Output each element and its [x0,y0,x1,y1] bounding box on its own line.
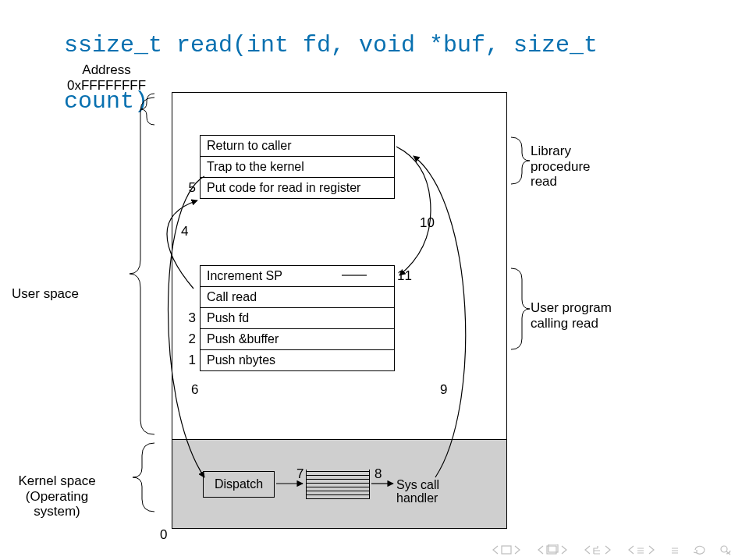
step-num-4: 4 [181,224,188,239]
nav-slide-group[interactable] [492,545,521,555]
nav-section-group[interactable] [584,545,612,555]
library-procedure-box: Return to caller Trap to the kernel 5 Pu… [200,135,395,199]
step-num-1: 1 [183,350,196,370]
user-row-pushfd: 3 Push fd [201,308,394,329]
memory-stage: Return to caller Trap to the kernel 5 Pu… [172,92,507,529]
lib-row-return: Return to caller [201,136,394,157]
dispatch-table-icon [306,470,370,499]
step-num-11: 11 [397,266,416,286]
nav-prev-frame-icon [537,545,545,555]
nav-section-icon [593,545,602,555]
lib-proc-l3: read [531,174,557,189]
lib-row-trap-text: Trap to the kernel [207,160,304,173]
user-row-incsp-text: Increment SP [207,269,282,282]
library-procedure-label: Library procedure read [531,144,591,190]
dispatch-box: Dispatch [203,471,275,498]
user-row-pushfd-text: Push fd [207,311,249,324]
nav-slide-icon [501,545,512,555]
lib-proc-l1: Library [531,144,571,158]
lib-row-putcode-text: Put code for read in register [207,181,360,194]
svg-rect-0 [502,546,511,554]
nav-search-icon[interactable] [719,544,732,555]
nav-next-subsection-icon [648,545,655,555]
nav-appendix-icon[interactable] [671,545,680,555]
svg-point-3 [721,546,727,552]
nav-back-icon[interactable] [693,544,707,555]
lib-row-putcode: 5 Put code for read in register [201,178,394,198]
kernel-space-label: Kernel space (Operating system) [3,473,111,519]
syscall-handler-label: Sys call handler [396,478,463,505]
syscall-l1: Sys call [396,478,439,491]
step-num-8: 8 [374,466,382,482]
nav-next-frame-icon [560,545,568,555]
address-label-l2: 0xFFFFFFFF [67,78,146,93]
user-row-incsp: Increment SP 11 [201,266,394,287]
user-row-callread-text: Call read [207,290,257,303]
nav-next-slide-icon [513,545,521,555]
step-num-9: 9 [440,382,447,398]
kernel-space-label-l2: (Operating system) [26,489,88,519]
nav-subsection-group[interactable] [627,545,655,555]
user-space-label: User space [5,286,79,302]
user-prog-l1: User program [531,300,612,315]
nav-frame-icon [546,544,559,555]
code-line-1: ssize_t read(int fd, void *buf, size_t [64,32,598,58]
nav-next-section-icon [604,545,612,555]
lib-row-return-text: Return to caller [207,139,292,152]
user-row-pushbuf-text: Push &buffer [207,332,279,346]
user-row-pushnb-text: Push nbytes [207,353,275,367]
lib-row-trap: Trap to the kernel [201,157,394,178]
step-num-2: 2 [183,329,196,349]
user-row-callread: Call read [201,287,394,308]
beamer-nav-footer [492,544,732,555]
step-num-7: 7 [296,466,304,482]
nav-frame-group[interactable] [537,544,568,555]
user-row-pushbuf: 2 Push &buffer [201,329,394,350]
syscall-diagram: ssize_t read(int fd, void *buf, size_t c… [0,0,749,560]
nav-subsection-icon [637,545,646,555]
kernel-space-label-l1: Kernel space [18,473,95,488]
address-zero: 0 [160,527,167,543]
syscall-l2: handler [396,491,438,505]
step-num-10: 10 [420,215,435,231]
nav-prev-slide-icon [492,545,499,555]
user-program-box: Increment SP 11 Call read 3 Push fd 2 Pu… [200,265,395,371]
lib-proc-l2: procedure [531,159,591,174]
nav-prev-subsection-icon [627,545,635,555]
address-label: Address 0xFFFFFFFF [67,62,146,93]
nav-prev-section-icon [584,545,591,555]
user-prog-l2: calling read [531,316,598,331]
step-num-5: 5 [183,178,196,198]
user-row-pushnb: 1 Push nbytes [201,350,394,370]
step-num-3: 3 [183,308,196,328]
step-num-6: 6 [191,382,198,398]
user-program-label: User program calling read [531,300,612,331]
address-label-l1: Address [82,62,130,77]
